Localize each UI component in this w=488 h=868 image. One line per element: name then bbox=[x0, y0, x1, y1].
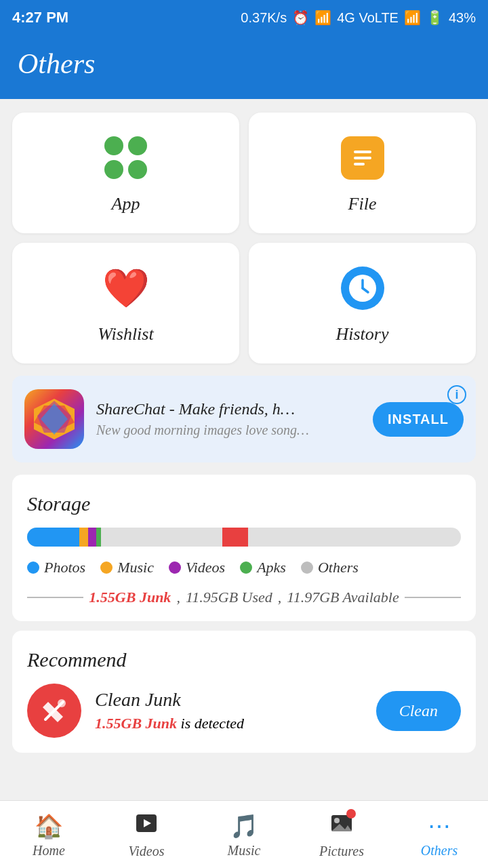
nav-item-music[interactable]: 🎵 Music bbox=[195, 806, 293, 859]
used-text: , bbox=[176, 589, 180, 606]
network-type: 4G VoLTE bbox=[337, 10, 399, 26]
svg-rect-0 bbox=[354, 151, 371, 153]
legend-apks: Apks bbox=[240, 559, 286, 576]
legend-videos: Videos bbox=[169, 559, 225, 576]
network-speed: 0.37K/s bbox=[241, 10, 287, 26]
storage-title: Storage bbox=[27, 492, 461, 515]
available-value: 11.97GB Available bbox=[287, 589, 399, 606]
legend-dot-videos bbox=[169, 561, 181, 574]
ad-content: ShareChat - Make friends, h… New good mo… bbox=[96, 400, 361, 438]
nav-item-home[interactable]: 🏠 Home bbox=[0, 806, 98, 859]
ad-app-icon bbox=[24, 389, 84, 449]
card-app-label: App bbox=[112, 194, 140, 214]
file-icon bbox=[339, 134, 386, 182]
clock-icon: ⏰ bbox=[292, 9, 309, 26]
card-history-label: History bbox=[336, 324, 389, 344]
cards-grid: App File ❤️ Wishlist bbox=[0, 99, 488, 363]
page-header: Others bbox=[0, 35, 488, 99]
storage-bar bbox=[27, 528, 461, 547]
recommend-title: Recommend bbox=[27, 648, 461, 671]
app-icon bbox=[102, 134, 150, 182]
storage-legend: Photos Music Videos Apks Others bbox=[27, 559, 461, 576]
pictures-icon bbox=[330, 812, 353, 840]
recommend-sub: 1.55GB Junk is detected bbox=[95, 715, 363, 732]
legend-dot-apks bbox=[240, 561, 252, 574]
home-icon: 🏠 bbox=[35, 812, 63, 840]
card-file[interactable]: File bbox=[249, 113, 476, 233]
bar-apks bbox=[96, 528, 100, 547]
nav-label-home: Home bbox=[33, 843, 65, 859]
card-app[interactable]: App bbox=[12, 113, 239, 233]
card-file-label: File bbox=[348, 194, 377, 214]
nav-label-pictures: Pictures bbox=[319, 844, 364, 859]
svg-point-14 bbox=[334, 818, 340, 823]
music-icon: 🎵 bbox=[230, 812, 258, 840]
recommend-content: Clean Junk 1.55GB Junk is detected bbox=[95, 689, 363, 732]
bar-others-red bbox=[222, 528, 248, 547]
battery-pct: 43% bbox=[449, 10, 476, 26]
battery-icon: 🔋 bbox=[426, 9, 443, 26]
dash-right bbox=[405, 597, 461, 598]
install-button[interactable]: INSTALL bbox=[373, 402, 464, 437]
dash-left bbox=[27, 597, 83, 598]
status-right: 0.37K/s ⏰ 📶 4G VoLTE 📶 🔋 43% bbox=[241, 9, 476, 26]
legend-others: Others bbox=[301, 559, 359, 576]
used-value: 11.95GB Used bbox=[186, 589, 272, 606]
page-title: Others bbox=[18, 47, 470, 80]
nav-item-pictures[interactable]: Pictures bbox=[293, 805, 390, 859]
card-history[interactable]: History bbox=[249, 243, 476, 363]
legend-dot-photos bbox=[27, 561, 39, 574]
nav-item-others[interactable]: ⋯ Others bbox=[390, 806, 488, 859]
card-wishlist-label: Wishlist bbox=[98, 324, 153, 344]
videos-icon bbox=[135, 812, 158, 840]
clean-button[interactable]: Clean bbox=[376, 691, 461, 731]
legend-dot-others bbox=[301, 561, 313, 574]
clean-junk-icon bbox=[27, 684, 81, 738]
recommend-item: Clean Junk 1.55GB Junk is detected Clean bbox=[27, 684, 461, 738]
sub-suffix: is detected bbox=[181, 715, 244, 732]
junk-text: 1.55GB Junk bbox=[89, 589, 171, 606]
storage-info: 1.55GB Junk , 11.95GB Used , 11.97GB Ava… bbox=[27, 589, 461, 606]
ad-info-icon[interactable]: i bbox=[447, 385, 466, 404]
bar-photos bbox=[27, 528, 79, 547]
status-bar: 4:27 PM 0.37K/s ⏰ 📶 4G VoLTE 📶 🔋 43% bbox=[0, 0, 488, 35]
signal-icon2: 📶 bbox=[404, 9, 421, 26]
bar-videos bbox=[88, 528, 97, 547]
bottom-nav: 🏠 Home Videos 🎵 Music Pictures bbox=[0, 800, 488, 868]
comma2: , bbox=[278, 589, 282, 606]
nav-label-music: Music bbox=[228, 843, 261, 859]
svg-rect-1 bbox=[354, 157, 371, 159]
junk-amount: 1.55GB Junk bbox=[95, 715, 177, 732]
signal-icon: 📶 bbox=[314, 9, 331, 26]
recommend-section: Recommend Clean Junk 1.55GB Junk is dete… bbox=[12, 631, 476, 753]
storage-section: Storage Photos Music Videos Apks Others bbox=[12, 475, 476, 621]
svg-point-10 bbox=[58, 699, 66, 707]
ad-subtitle: New good morning images love song… bbox=[96, 422, 361, 438]
others-nav-icon: ⋯ bbox=[428, 812, 451, 840]
nav-label-others: Others bbox=[421, 843, 458, 859]
svg-rect-2 bbox=[354, 163, 365, 165]
legend-photos: Photos bbox=[27, 559, 85, 576]
ad-title: ShareChat - Make friends, h… bbox=[96, 400, 361, 418]
clock-icon-card bbox=[339, 264, 386, 312]
nav-label-videos: Videos bbox=[129, 844, 165, 859]
recommend-item-title: Clean Junk bbox=[95, 689, 363, 711]
heart-icon: ❤️ bbox=[102, 264, 150, 312]
legend-dot-music bbox=[100, 561, 113, 574]
ad-banner: i ShareChat - Make friends, h… New good … bbox=[12, 376, 476, 462]
status-time: 4:27 PM bbox=[12, 9, 68, 26]
bar-music bbox=[79, 528, 88, 547]
nav-item-videos[interactable]: Videos bbox=[98, 805, 195, 859]
legend-music: Music bbox=[100, 559, 154, 576]
card-wishlist[interactable]: ❤️ Wishlist bbox=[12, 243, 239, 363]
